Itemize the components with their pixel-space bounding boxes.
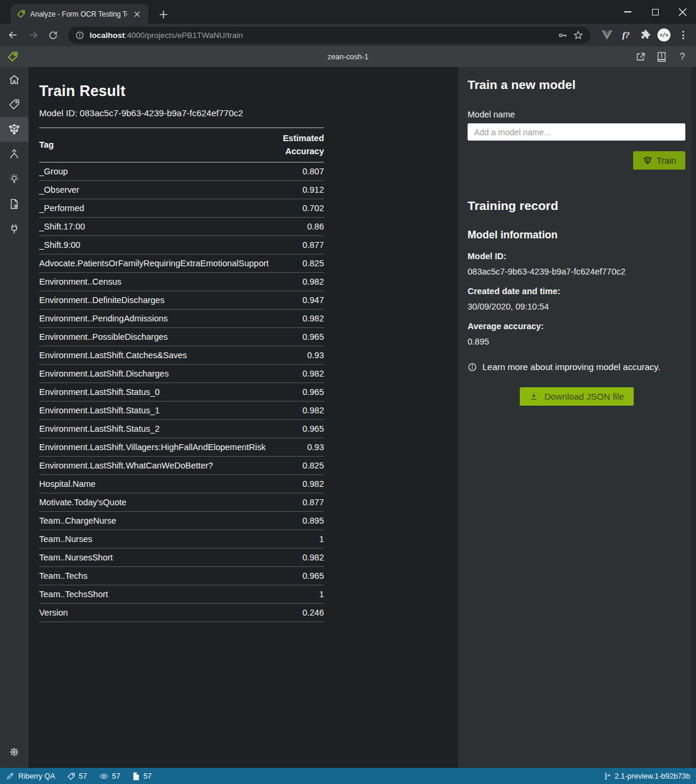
table-row: Team..Techs0.965	[39, 567, 324, 585]
status-user[interactable]: Riberry QA	[6, 772, 55, 780]
browser-menu-icon[interactable]	[675, 27, 691, 43]
accuracy-cell: 0.965	[303, 424, 324, 434]
tag-cell: Environment.LastShift.Discharges	[39, 369, 169, 378]
table-row: Team..NursesShort0.982	[39, 549, 324, 567]
column-header-tag: Tag	[39, 140, 54, 149]
eye-icon	[99, 772, 109, 780]
tag-cell: _Shift.17:00	[39, 222, 85, 231]
learn-more-link[interactable]: Learn more about improving model accurac…	[468, 362, 685, 372]
bookmark-star-icon[interactable]	[573, 30, 583, 40]
window-maximize-button[interactable]	[641, 0, 669, 24]
sidebar-item-analyze[interactable]	[0, 167, 28, 192]
url-text[interactable]: localhost:4000/projects/ePB1TWaNU/train	[90, 31, 552, 40]
tag-cell: _Performed	[39, 203, 84, 213]
table-row: Version0.246	[39, 604, 324, 622]
download-json-label: Download JSON file	[544, 391, 624, 401]
status-tag-count[interactable]: 57	[67, 772, 87, 780]
status-visibility-count[interactable]: 57	[99, 772, 120, 780]
table-row: Environment.LastShift.Catches&Saves0.93	[39, 346, 324, 365]
window-close-button[interactable]	[669, 0, 696, 24]
table-row: Environment.LastShift.Status_00.965	[39, 383, 324, 401]
table-row: Hospital.Name0.982	[39, 475, 324, 493]
sidebar-item-edit-tags[interactable]	[0, 92, 28, 117]
tag-cell: Environment.LastShift.Villagers:HighFall…	[39, 442, 266, 452]
browser-tab[interactable]: Analyze - Form OCR Testing Tool	[11, 4, 148, 24]
tag-cell: Team..NursesShort	[39, 553, 113, 562]
table-row: Team..TechsShort1	[39, 585, 324, 604]
model-information-title: Model information	[468, 229, 685, 241]
code-extension-icon[interactable]: </>	[656, 27, 672, 43]
extensions-puzzle-icon[interactable]	[637, 27, 653, 43]
accuracy-table: Tag Estimated Accuracy _Group0.807_Obser…	[39, 128, 324, 622]
sidebar-item-train[interactable]	[0, 117, 28, 142]
tag-cell: Environment..DefiniteDischarges	[39, 295, 164, 305]
browser-titlebar: Analyze - Form OCR Testing Tool	[0, 0, 696, 24]
model-name-label: Model name	[468, 110, 685, 119]
tag-cell: Environment.LastShift.Status_1	[39, 406, 160, 415]
help-icon[interactable]: ?	[676, 50, 689, 63]
tag-cell: Environment.LastShift.Catches&Saves	[39, 350, 187, 360]
window-controls	[614, 0, 696, 24]
download-json-button[interactable]: Download JSON file	[520, 387, 634, 406]
sidebar-item-connections[interactable]	[0, 216, 28, 241]
password-key-icon[interactable]	[558, 30, 568, 40]
url-host: localhost	[90, 31, 125, 40]
accuracy-cell: 0.982	[303, 553, 324, 562]
fx-extension-icon[interactable]: f?	[618, 27, 634, 43]
reload-icon[interactable]	[45, 26, 61, 44]
visibility-count-value: 57	[112, 772, 120, 780]
average-accuracy-value: 0.895	[468, 337, 685, 346]
tag-cell: Environment.LastShift.Status_0	[39, 387, 160, 397]
window-minimize-button[interactable]	[614, 0, 641, 24]
back-icon[interactable]	[5, 26, 21, 44]
sidebar-item-home[interactable]	[0, 67, 28, 92]
table-row: Advocate.PatientsOrFamilyRequiringExtraE…	[39, 254, 324, 273]
sidebar-item-application-settings[interactable]	[0, 740, 28, 764]
sidebar-item-model-compose[interactable]	[0, 142, 28, 167]
tag-cell: Advocate.PatientsOrFamilyRequiringExtraE…	[39, 259, 269, 268]
train-result-panel: Train Result Model ID: 083ac5c7-9b63-423…	[28, 67, 458, 768]
model-id-line: Model ID: 083ac5c7-9b63-4239-b9a7-fc624e…	[39, 108, 458, 118]
table-row: Team..ChargeNurse0.895	[39, 512, 324, 530]
browser-toolbar: localhost:4000/projects/ePB1TWaNU/train …	[0, 24, 696, 46]
created-date-label: Created date and time:	[468, 286, 685, 296]
tab-close-icon[interactable]	[132, 9, 142, 20]
app-tag-icon	[17, 9, 26, 18]
tab-title: Analyze - Form OCR Testing Tool	[30, 10, 127, 18]
model-name-input[interactable]	[468, 123, 685, 141]
share-project-icon[interactable]	[634, 50, 647, 63]
left-nav-sidebar	[0, 67, 28, 768]
version-label: 2.1-preview.1-b92b73b	[615, 772, 690, 780]
page-title: Train Result	[39, 82, 458, 100]
address-bar[interactable]: localhost:4000/projects/ePB1TWaNU/train	[68, 27, 590, 44]
table-row: Environment..PendingAdmissions0.982	[39, 310, 324, 328]
accuracy-cell: 0.982	[303, 314, 324, 323]
accuracy-cell: 0.807	[303, 167, 324, 176]
status-version[interactable]: 2.1-preview.1-b92b73b	[603, 772, 690, 780]
scrollbar-track[interactable]	[692, 67, 696, 768]
status-document-count[interactable]: 57	[132, 772, 152, 780]
accuracy-cell: 0.825	[303, 461, 324, 470]
tag-cell: _Observer	[39, 185, 80, 195]
accuracy-table-header: Tag Estimated Accuracy	[39, 128, 324, 162]
vue-devtools-icon[interactable]	[599, 27, 615, 43]
sidebar-item-project-settings[interactable]	[0, 192, 28, 216]
accuracy-cell: 0.912	[303, 185, 324, 195]
average-accuracy-label: Average accuracy:	[468, 321, 685, 331]
documentation-icon[interactable]	[655, 50, 668, 63]
tag-cell: Environment..PossibleDischarges	[39, 332, 168, 342]
table-row: Environment.LastShift.Discharges0.982	[39, 365, 324, 383]
site-info-icon[interactable]	[75, 31, 84, 40]
table-row: Team..Nurses1	[39, 530, 324, 549]
forward-icon[interactable]	[25, 26, 42, 44]
train-button[interactable]: Train	[633, 151, 685, 170]
tag-cell: Motivate.Today'sQuote	[39, 498, 126, 507]
document-count-value: 57	[144, 772, 152, 780]
accuracy-cell: 0.982	[303, 369, 324, 378]
table-row: _Shift.9:000.877	[39, 236, 324, 254]
tag-cell: Team..ChargeNurse	[39, 516, 116, 525]
table-row: Environment..PossibleDischarges0.965	[39, 328, 324, 346]
created-date-value: 30/09/2020, 09:10:54	[468, 302, 685, 311]
new-tab-button[interactable]	[155, 7, 171, 22]
tag-count-value: 57	[79, 772, 87, 780]
